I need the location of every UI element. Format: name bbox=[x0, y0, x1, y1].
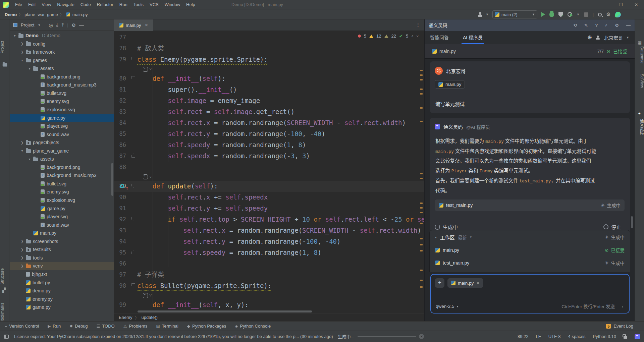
fold-marker-icon[interactable] bbox=[131, 57, 135, 61]
breadcrumb-item[interactable]: Demo bbox=[5, 12, 17, 17]
workspace-row-main-py[interactable]: main.py⊘已接受 bbox=[430, 244, 630, 256]
tree-item-testsuits[interactable]: ❯testSuits bbox=[10, 245, 114, 253]
tree-item-enemy-svg[interactable]: enemy.svg bbox=[10, 97, 114, 105]
fold-marker-icon[interactable] bbox=[131, 250, 135, 254]
add-context-button[interactable]: + bbox=[435, 278, 444, 288]
close-window-button[interactable]: ✕ bbox=[629, 0, 644, 9]
active-file-row[interactable]: main.py 7/7 ⊘ 已接受 bbox=[425, 44, 635, 59]
menu-view[interactable]: View bbox=[39, 0, 54, 9]
run-more-dropdown-icon[interactable]: ▼ bbox=[577, 13, 580, 16]
code-line-99[interactable]: 99def __init__(self, x, y): bbox=[114, 299, 424, 310]
tree-item-plane-war-game[interactable]: ▾plane_war_game bbox=[10, 147, 114, 155]
expand-all-icon[interactable]: ⤓ bbox=[56, 22, 58, 28]
project-stripe-icon[interactable] bbox=[2, 62, 7, 68]
tree-item-game-py[interactable]: game.py bbox=[10, 205, 114, 213]
error-stripe-mark[interactable] bbox=[420, 212, 423, 213]
event-log-button[interactable]: 5 Event Log bbox=[606, 324, 633, 329]
lingma-toolbar-icon[interactable] bbox=[615, 12, 621, 17]
tree-chevron-icon[interactable]: ▾ bbox=[20, 58, 24, 62]
locate-file-icon[interactable]: ◎ bbox=[49, 22, 53, 28]
remove-chip-icon[interactable]: ✕ bbox=[476, 280, 480, 286]
codelens-inlay[interactable]: ˅ bbox=[143, 65, 152, 73]
editor-breadcrumb-item[interactable]: update() bbox=[141, 315, 157, 320]
database-stripe-icon[interactable]: ▦ bbox=[638, 40, 642, 45]
fold-marker-icon[interactable] bbox=[131, 154, 135, 158]
menu-refactor[interactable]: Refactor bbox=[94, 0, 116, 9]
workspace-header[interactable]: ▾ 工作区 最新 ▾ ✳ 生成中 bbox=[430, 230, 630, 244]
tree-item-background-music-mp3[interactable]: background_music.mp3 bbox=[10, 171, 114, 179]
tool-window-switcher-icon[interactable] bbox=[4, 335, 9, 339]
run-button[interactable] bbox=[541, 12, 545, 17]
tree-item-game-py[interactable]: game.py bbox=[10, 303, 114, 311]
tree-chevron-icon[interactable]: ❯ bbox=[20, 248, 24, 251]
tree-item-framework[interactable]: ❯framework bbox=[10, 48, 114, 56]
code-line-83[interactable]: 83self.rect = self.image.get_rect() bbox=[114, 106, 424, 117]
code-line-89[interactable]: 89↑def update(self): bbox=[114, 181, 424, 192]
status-message[interactable]: License expired: Your PyCharm subscripti… bbox=[14, 334, 333, 339]
chat-input-box[interactable]: + main.py ✕ qwen-2.5 ▾ Ctrl+Enter 换行/Ent… bbox=[430, 274, 630, 314]
error-stripe-mark[interactable] bbox=[420, 70, 423, 71]
python-interpreter[interactable]: Python 3.10 bbox=[593, 334, 616, 339]
code-line-81[interactable]: 81super().__init__() bbox=[114, 84, 424, 95]
tree-item-enemy-py[interactable]: enemy.py bbox=[10, 295, 114, 303]
error-stripe-mark[interactable] bbox=[420, 223, 423, 224]
user-account-icon[interactable] bbox=[478, 12, 483, 17]
codelens-dropdown-icon[interactable]: ˅ bbox=[149, 66, 152, 72]
tree-chevron-icon[interactable]: ▾ bbox=[28, 67, 31, 70]
error-stripe-mark[interactable] bbox=[420, 207, 423, 209]
read-lock-icon[interactable] bbox=[624, 336, 627, 339]
error-stripe-mark[interactable] bbox=[420, 244, 423, 245]
error-stripe-mark[interactable] bbox=[420, 178, 423, 179]
settings-gear-icon[interactable]: ⚙ bbox=[606, 11, 610, 17]
menu-navigate[interactable]: Navigate bbox=[54, 0, 77, 9]
error-stripe-mark[interactable] bbox=[420, 173, 423, 174]
error-stripe-mark[interactable] bbox=[420, 74, 423, 76]
account-dropdown-icon[interactable]: ▼ bbox=[626, 36, 629, 39]
tree-item-assets[interactable]: ▾assets bbox=[10, 155, 114, 163]
error-stripe-mark[interactable] bbox=[420, 107, 423, 109]
tool-stripe-bookmarks[interactable]: Bookmarks bbox=[0, 303, 9, 323]
tree-item-bullet-svg[interactable]: bullet.svg bbox=[10, 180, 114, 188]
code-line-94[interactable]: 94self.rect.y = random.randrange(-100, -… bbox=[114, 236, 424, 247]
tool-window-button-run[interactable]: ▶Run bbox=[48, 324, 61, 329]
menu-run[interactable]: Run bbox=[116, 0, 130, 9]
help-icon[interactable]: ? bbox=[595, 23, 598, 28]
tree-item-main-py[interactable]: main.py bbox=[10, 229, 114, 237]
error-stripe[interactable] bbox=[420, 31, 423, 313]
new-chat-icon[interactable]: ✎ bbox=[584, 23, 588, 28]
error-stripe-mark[interactable] bbox=[420, 89, 423, 90]
tree-item-player-svg[interactable]: player.svg bbox=[10, 122, 114, 130]
stop-button[interactable] bbox=[584, 12, 588, 17]
code-line-92[interactable]: 92if self.rect.top > SCREEN_HEIGHT + 10 … bbox=[114, 214, 424, 225]
tool-window-button-terminal[interactable]: ▤Terminal bbox=[156, 324, 178, 329]
tree-item-bullet-svg[interactable]: bullet.svg bbox=[10, 89, 114, 97]
account-name[interactable]: 北京宏哥 bbox=[604, 34, 623, 41]
tool-window-button-python-console[interactable]: ◈Python Console bbox=[235, 324, 271, 329]
code-line-82[interactable]: 82self.image = enemy_image bbox=[114, 95, 424, 106]
workspace-filter[interactable]: 最新 bbox=[458, 234, 467, 240]
code-line-98[interactable]: 98class Bullet(pygame.sprite.Sprite): bbox=[114, 280, 424, 291]
tool-window-button-problems[interactable]: ⚠Problems bbox=[123, 324, 148, 329]
model-dropdown-icon[interactable]: ▾ bbox=[457, 304, 459, 308]
structure-stripe-icon[interactable]: ▞ bbox=[2, 288, 6, 293]
code-line-90[interactable]: 90self.rect.x += self.speedx bbox=[114, 192, 424, 203]
tool-window-button-version-control[interactable]: ⌁Version Control bbox=[5, 324, 39, 329]
close-tab-icon[interactable]: ✕ bbox=[145, 23, 148, 27]
menu-vcs[interactable]: VCS bbox=[147, 0, 162, 9]
minimize-panel-icon[interactable]: — bbox=[626, 23, 631, 28]
project-scrollbar[interactable] bbox=[111, 163, 113, 196]
tree-chevron-icon[interactable]: ▾ bbox=[13, 34, 16, 38]
project-view-dropdown-icon[interactable]: ▼ bbox=[38, 23, 41, 27]
stop-label[interactable]: 停止 bbox=[611, 223, 621, 230]
tree-item-sound-wav[interactable]: sound.wav bbox=[10, 130, 114, 138]
tree-chevron-icon[interactable]: ❯ bbox=[20, 141, 24, 145]
tree-item-pageobjects[interactable]: ❯pageObjects bbox=[10, 138, 114, 147]
tool-stripe-sciview[interactable]: SciView bbox=[635, 74, 644, 88]
fold-marker-icon[interactable] bbox=[131, 217, 135, 221]
code-line-77[interactable]: 77 bbox=[114, 32, 424, 43]
user-dropdown-icon[interactable]: ▼ bbox=[486, 13, 489, 16]
panel-settings-icon[interactable]: ⚙ bbox=[615, 23, 619, 28]
tree-item-games[interactable]: ▾games bbox=[10, 56, 114, 64]
menu-file[interactable]: File bbox=[12, 0, 25, 9]
tree-item-explosion-svg[interactable]: explosion.svg bbox=[10, 196, 114, 204]
